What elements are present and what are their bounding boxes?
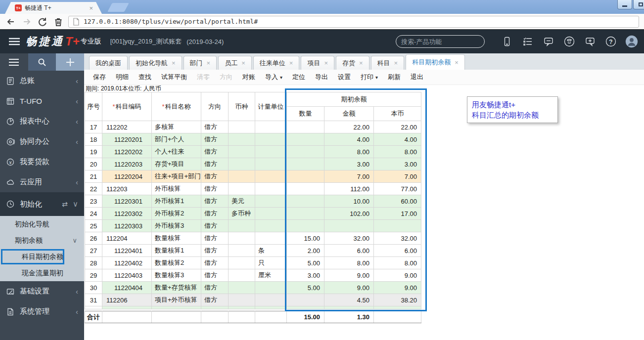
toolbar-button-打印[interactable]: 打印▾ <box>356 71 383 84</box>
sidebar-item-T-UFO[interactable]: T-UFO‹ <box>0 91 84 111</box>
cell-direction[interactable]: 借方 <box>201 121 229 133</box>
cell-amount[interactable]: 102.00 <box>324 208 374 220</box>
tab-存货[interactable]: 存货× <box>336 56 369 70</box>
cell-qty[interactable] <box>287 195 324 208</box>
cell-code[interactable]: 112204 <box>102 232 152 245</box>
cell-qty[interactable] <box>287 121 324 133</box>
cell-qty[interactable]: 5.00 <box>287 282 324 294</box>
cell-qty[interactable]: 15.00 <box>287 232 324 245</box>
cell-unit[interactable]: 厘米 <box>255 269 287 282</box>
cell-base[interactable]: 3.00 <box>374 158 421 170</box>
cell-code[interactable]: 11220303 <box>102 220 152 232</box>
cell-currency[interactable] <box>229 183 255 195</box>
cell-currency[interactable] <box>229 170 255 183</box>
cell-base[interactable]: 22.00 <box>374 121 421 133</box>
cell-code[interactable]: 112206 <box>102 294 152 306</box>
cell-amount[interactable]: 22.00 <box>324 121 374 133</box>
window-minimize-button[interactable] <box>617 0 632 9</box>
cell-direction[interactable]: 借方 <box>201 282 229 294</box>
cell-code[interactable]: 11220402 <box>102 257 152 269</box>
toolbar-button-导出[interactable]: 导出 <box>310 71 333 84</box>
table-row[interactable]: 26112204数量核算借方15.0032.0032.00 <box>85 232 421 245</box>
cell-name[interactable]: 个人+往来 <box>152 146 201 158</box>
cell-seq[interactable]: 29 <box>85 269 102 282</box>
cell-qty[interactable] <box>287 208 324 220</box>
cell-name[interactable]: 数量+存货核算 <box>152 282 201 294</box>
cell-currency[interactable]: 美元 <box>229 195 255 208</box>
cell-amount[interactable]: 6.00 <box>324 245 374 257</box>
tab-close-icon[interactable]: × <box>394 59 398 67</box>
browser-tab-close-icon[interactable]: × <box>89 4 93 12</box>
cell-unit[interactable] <box>255 158 287 170</box>
cell-base[interactable]: 6.00 <box>374 245 421 257</box>
cell-seq[interactable]: 19 <box>85 146 102 158</box>
cell-qty[interactable]: 3.00 <box>287 269 324 282</box>
cell-code[interactable]: 11220401 <box>102 245 152 257</box>
toolbar-button-刷新[interactable]: 刷新 <box>383 71 406 84</box>
cell-code[interactable]: 11220302 <box>102 208 152 220</box>
submenu-item-科目期初余额[interactable]: 科目期初余额 <box>0 249 84 265</box>
back-icon[interactable] <box>5 16 17 28</box>
cell-base[interactable]: 32.00 <box>374 232 421 245</box>
cell-code[interactable]: 11220201 <box>102 133 152 146</box>
cell-code[interactable]: 11220204 <box>102 170 152 183</box>
cell-code[interactable]: 112202 <box>102 121 152 133</box>
cell-currency[interactable]: 多币种 <box>229 208 255 220</box>
cell-unit[interactable]: 只 <box>255 257 287 269</box>
sidebar-item-协同办公[interactable]: 协同办公‹ <box>0 131 84 152</box>
cell-qty[interactable]: 5.00 <box>287 257 324 269</box>
table-row[interactable]: 1811220201部门+个人借方4.004.00 <box>85 133 421 146</box>
cell-name[interactable]: 存货+项目 <box>152 158 201 170</box>
swap-icon[interactable]: ⇄ <box>62 200 68 208</box>
tab-close-icon[interactable]: × <box>324 59 328 67</box>
cell-currency[interactable] <box>229 232 255 245</box>
phone-icon[interactable] <box>563 35 576 48</box>
cell-unit[interactable] <box>255 232 287 245</box>
search-input[interactable] <box>401 38 488 45</box>
tab-我的桌面[interactable]: 我的桌面 <box>89 56 128 70</box>
cell-qty[interactable]: 2.00 <box>287 245 324 257</box>
cell-seq[interactable]: 24 <box>85 208 102 220</box>
new-tab-button[interactable] <box>107 3 129 12</box>
cell-amount[interactable]: 8.00 <box>324 257 374 269</box>
cell-amount[interactable]: 9.00 <box>324 282 374 294</box>
cell-unit[interactable]: 条 <box>255 245 287 257</box>
table-row[interactable]: 1911220202个人+往来借方8.008.00 <box>85 146 421 158</box>
sidebar-search-button[interactable] <box>28 53 56 71</box>
cell-direction[interactable]: 借方 <box>201 133 229 146</box>
forward-icon[interactable] <box>21 16 33 28</box>
submenu-item-期初余额[interactable]: 期初余额∨ <box>0 232 84 249</box>
cell-base[interactable]: 8.00 <box>374 257 421 269</box>
sidebar-item-系统管理[interactable]: 系统管理‹ <box>0 301 84 322</box>
feedback-icon[interactable] <box>584 35 597 48</box>
cell-currency[interactable] <box>229 133 255 146</box>
cell-code[interactable]: 11220203 <box>102 158 152 170</box>
cell-direction[interactable]: 借方 <box>201 245 229 257</box>
tab-close-icon[interactable]: × <box>359 59 363 67</box>
cell-unit[interactable] <box>255 282 287 294</box>
toolbar-button-对账[interactable]: 对账 <box>237 71 260 84</box>
mobile-icon[interactable] <box>501 35 513 48</box>
reload-icon[interactable] <box>37 16 48 28</box>
table-row[interactable]: 17112202多核算借方22.0022.00 <box>85 121 421 133</box>
cell-seq[interactable]: 22 <box>85 183 102 195</box>
cell-unit[interactable] <box>255 121 287 133</box>
cell-direction[interactable]: 借方 <box>201 269 229 282</box>
table-row[interactable]: 22112203外币核算借方112.0077.00 <box>85 183 421 195</box>
tab-close-icon[interactable]: × <box>207 59 211 67</box>
cell-amount[interactable]: 4.50 <box>324 294 374 306</box>
cell-base[interactable]: 77.00 <box>374 183 421 195</box>
cell-currency[interactable] <box>229 257 255 269</box>
toolbar-button-退出[interactable]: 退出 <box>406 71 428 84</box>
toolbar-button-查找[interactable]: 查找 <box>134 71 156 84</box>
cell-direction[interactable]: 借方 <box>201 183 229 195</box>
table-row[interactable]: 2711220401数量核算1借方条2.006.006.00 <box>85 245 421 257</box>
address-bar[interactable]: 127.0.0.1:8080/tplus/view/portal/portal.… <box>68 16 639 28</box>
tasks-icon[interactable] <box>521 35 534 48</box>
cell-name[interactable]: 外币核算 <box>152 183 201 195</box>
cell-name[interactable]: 往来+项目+部门 <box>152 170 201 183</box>
sidebar-menu-button[interactable] <box>0 53 28 71</box>
cell-base[interactable]: 9.00 <box>374 269 421 282</box>
tab-科目期初余额[interactable]: 科目期初余额× <box>406 54 465 70</box>
cell-direction[interactable]: 借方 <box>201 146 229 158</box>
